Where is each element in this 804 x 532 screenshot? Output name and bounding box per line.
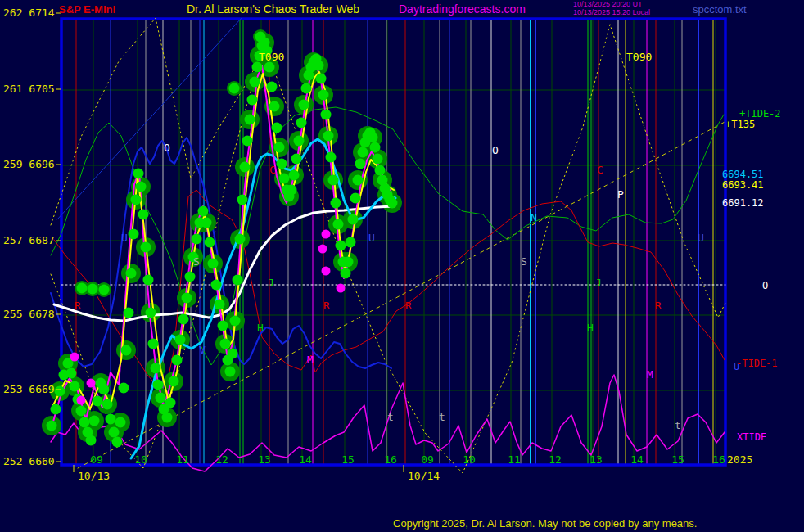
right-label: XTIDE — [737, 431, 766, 443]
price-dot — [119, 383, 129, 394]
copyright-notice: Copyright 2025, Dr. Al Larson. May not b… — [393, 517, 697, 530]
price-dot — [76, 406, 87, 417]
price-dot — [287, 185, 297, 196]
chart-letter: O — [492, 144, 499, 156]
price-dot — [115, 417, 126, 428]
price-dot — [131, 195, 142, 205]
symbol-label: S&P E-Mini — [59, 3, 115, 16]
price-dot — [346, 237, 356, 248]
price-dot — [70, 381, 80, 392]
hour-label: 12 — [215, 453, 228, 466]
price-dot — [165, 398, 176, 408]
price-dot — [341, 268, 351, 279]
right-label: +TIDE-2 — [739, 108, 781, 119]
right-label: 6693.41 — [722, 179, 764, 191]
hour-label: 10 — [463, 453, 476, 466]
chart-letter: H — [587, 322, 594, 334]
right-label: +T135 — [725, 119, 755, 130]
price-dot — [252, 62, 263, 73]
chart-letter: R — [655, 300, 662, 312]
price-dot — [353, 175, 364, 186]
hour-label: 09 — [421, 453, 434, 466]
chart-letter: C — [597, 164, 603, 176]
price-dot — [215, 300, 225, 310]
price-dot — [86, 435, 97, 446]
price-dot — [133, 169, 144, 179]
price-dot — [148, 339, 159, 349]
price-dot — [267, 82, 278, 92]
price-dot — [229, 83, 240, 94]
price-dot — [323, 131, 334, 142]
chaos-trader-chart-page: T090T090OOCCPNSSUUURRRRHHJJMMVttt+TIDE-2… — [0, 0, 804, 532]
date-label: 10/13 — [78, 470, 110, 482]
price-dot — [343, 257, 354, 268]
price-dot — [316, 74, 327, 84]
price-dot — [89, 416, 100, 426]
chart-letter: J — [268, 277, 274, 289]
price-dot — [225, 367, 236, 377]
price-dot — [328, 175, 339, 186]
y-axis-label: 253 6669 — [3, 383, 55, 395]
price-dot — [350, 193, 361, 204]
price-dot — [208, 259, 219, 269]
chart-letter: t — [387, 411, 394, 423]
price-dot — [301, 83, 312, 94]
hour-label: 13 — [589, 453, 603, 466]
price-dot — [230, 316, 241, 327]
price-dot — [274, 142, 285, 153]
price-dot — [240, 162, 251, 173]
magenta-dot — [322, 230, 331, 239]
price-dot — [277, 159, 287, 169]
magenta-dot — [322, 267, 331, 276]
price-dot — [370, 142, 381, 153]
price-dot — [93, 396, 103, 407]
magenta-dot — [77, 396, 86, 405]
chart-letter: T090 — [259, 51, 284, 63]
chart-letter: O — [164, 142, 170, 154]
price-dot — [314, 61, 324, 71]
price-dot — [182, 293, 192, 304]
price-dot — [126, 268, 137, 279]
chart-letter: H — [257, 322, 264, 334]
price-dot — [172, 355, 183, 366]
y-axis-label: 261 6705 — [3, 83, 55, 95]
price-dot — [77, 283, 88, 294]
price-dot — [318, 90, 329, 101]
chart-letter: P — [617, 188, 624, 201]
chart-letter: t — [675, 419, 681, 431]
price-dot — [326, 152, 337, 163]
chart-letter: S — [521, 255, 527, 268]
price-dot — [136, 182, 147, 192]
price-chart-svg: T090T090OOCCPNSSUUURRRRHHJJMMVttt+TIDE-2… — [0, 0, 804, 532]
hour-label: 12 — [549, 453, 562, 466]
chart-letter: C — [269, 164, 276, 176]
price-dot — [233, 275, 243, 286]
hour-label: 11 — [176, 453, 189, 466]
price-dot — [235, 234, 246, 245]
hour-label: 14 — [299, 453, 312, 466]
price-dot — [296, 118, 307, 128]
price-dot — [205, 237, 215, 248]
price-dot — [55, 386, 65, 397]
hour-label: 15 — [671, 453, 684, 466]
price-dot — [169, 376, 179, 387]
chart-letter: R — [405, 300, 412, 312]
hour-label: 10 — [134, 453, 147, 466]
price-dot — [291, 154, 302, 165]
price-dot — [156, 393, 166, 404]
price-dot — [175, 335, 186, 345]
site-link[interactable]: Daytradingforecasts.com — [399, 2, 526, 16]
price-dot — [121, 345, 132, 356]
price-dot — [289, 170, 300, 181]
price-dot — [79, 417, 90, 428]
chart-letter: J — [595, 277, 602, 289]
right-label: O — [762, 280, 768, 291]
price-dot — [272, 123, 282, 133]
chart-letter: T090 — [626, 51, 652, 63]
chart-letter: M — [647, 368, 653, 381]
price-dot — [220, 339, 231, 349]
data-file-link[interactable]: spcctom.txt — [693, 3, 747, 16]
price-dot — [153, 380, 164, 390]
price-dot — [143, 275, 154, 286]
price-dot — [138, 210, 149, 220]
